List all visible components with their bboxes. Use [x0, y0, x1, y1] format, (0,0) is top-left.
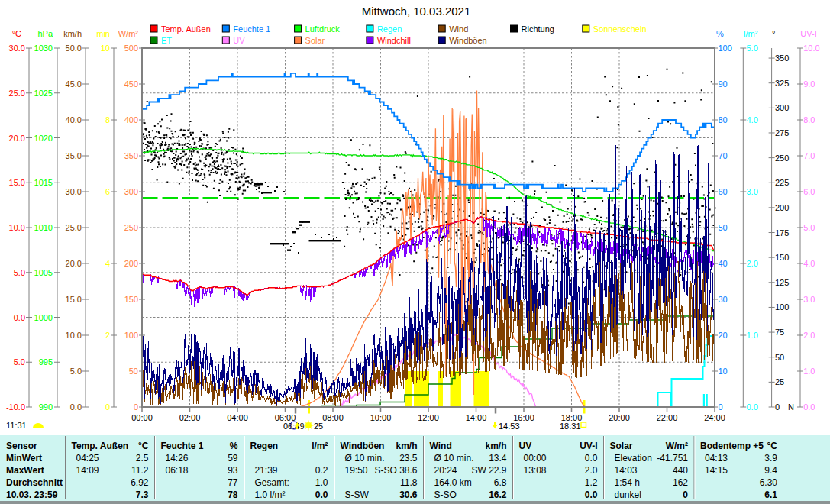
svg-text:400: 400	[124, 115, 138, 124]
svg-text:1:54 h: 1:54 h	[615, 477, 640, 488]
svg-text:1.0: 1.0	[747, 331, 758, 340]
svg-text:225: 225	[775, 178, 789, 187]
svg-text:Temp. Außen: Temp. Außen	[72, 441, 129, 451]
svg-text:25.0: 25.0	[9, 89, 25, 98]
svg-text:4: 4	[105, 259, 110, 268]
svg-text:93: 93	[228, 465, 238, 476]
svg-text:6.30: 6.30	[760, 477, 778, 488]
svg-text:200: 200	[775, 203, 789, 212]
svg-text:km/h: km/h	[63, 29, 82, 38]
svg-text:125: 125	[775, 278, 789, 287]
svg-text:Temp. Außen: Temp. Außen	[161, 24, 211, 34]
svg-text:Wind: Wind	[449, 24, 468, 34]
svg-text:23.5: 23.5	[399, 453, 418, 464]
svg-text:13.4: 13.4	[489, 453, 507, 464]
svg-text:0: 0	[775, 402, 780, 412]
svg-text:Ø 10 min.: Ø 10 min.	[345, 453, 385, 464]
svg-text:20:00: 20:00	[609, 413, 630, 422]
svg-text:14:09: 14:09	[76, 465, 99, 476]
svg-text:164.0 km: 164.0 km	[434, 477, 472, 488]
svg-text:Sonnenschein: Sonnenschein	[593, 24, 647, 34]
svg-text:Sensor: Sensor	[6, 441, 37, 451]
svg-text:300: 300	[775, 103, 789, 112]
svg-text:25.0: 25.0	[66, 223, 82, 232]
svg-text:9.0: 9.0	[803, 79, 815, 89]
svg-text:Windböen: Windböen	[449, 36, 487, 45]
svg-text:2.0: 2.0	[803, 331, 815, 340]
svg-text:7.3: 7.3	[136, 489, 149, 500]
svg-text:5.0: 5.0	[14, 268, 25, 277]
svg-text:min: min	[96, 29, 110, 38]
svg-text:25: 25	[314, 422, 323, 431]
svg-text:16.2: 16.2	[489, 489, 507, 500]
svg-text:9.4: 9.4	[764, 465, 777, 476]
svg-text:SW 22.9: SW 22.9	[471, 465, 506, 476]
svg-text:Mittwoch, 10.03.2021: Mittwoch, 10.03.2021	[362, 5, 471, 18]
svg-text:°C: °C	[12, 29, 21, 38]
svg-text:21:39: 21:39	[255, 465, 278, 476]
svg-text:°C: °C	[767, 441, 778, 451]
svg-text:0: 0	[719, 402, 723, 412]
svg-text:60: 60	[719, 187, 728, 196]
svg-text:2.0: 2.0	[747, 259, 758, 268]
svg-text:100: 100	[775, 302, 789, 312]
svg-text:77: 77	[228, 477, 238, 488]
svg-text:6: 6	[105, 187, 110, 196]
svg-text:15.0: 15.0	[9, 178, 25, 187]
svg-text:10.03. 23:59: 10.03. 23:59	[6, 489, 58, 500]
svg-text:8.0: 8.0	[803, 115, 815, 124]
svg-text:-41.751: -41.751	[657, 453, 688, 464]
svg-text:10: 10	[101, 44, 110, 53]
svg-text:162: 162	[673, 477, 688, 488]
svg-text:°C: °C	[138, 441, 149, 451]
svg-text:990: 990	[39, 402, 53, 412]
svg-text:Gesamt:: Gesamt:	[255, 477, 289, 488]
svg-text:00:00: 00:00	[131, 413, 153, 422]
svg-text:100: 100	[719, 44, 732, 53]
svg-text:80: 80	[719, 115, 728, 124]
svg-text:4.0: 4.0	[803, 259, 815, 268]
svg-text:350: 350	[124, 151, 138, 160]
svg-text:90: 90	[719, 79, 728, 89]
svg-text:Feuchte 1: Feuchte 1	[233, 24, 270, 34]
svg-text:-5.0: -5.0	[11, 357, 25, 367]
svg-text:59: 59	[228, 453, 238, 464]
svg-text:1000: 1000	[34, 313, 53, 322]
svg-text:11.2: 11.2	[131, 465, 149, 476]
svg-text:Windchill: Windchill	[377, 36, 411, 45]
svg-text:0.0: 0.0	[585, 453, 598, 464]
svg-text:100: 100	[124, 331, 138, 340]
svg-text:Durchschnitt: Durchschnitt	[6, 477, 63, 488]
svg-text:Luftdruck: Luftdruck	[305, 24, 341, 34]
svg-text:6.92: 6.92	[131, 477, 149, 488]
svg-text:250: 250	[124, 223, 138, 232]
svg-text:°: °	[772, 29, 775, 38]
svg-text:Wind: Wind	[430, 441, 452, 451]
svg-text:S-SW: S-SW	[345, 489, 370, 500]
svg-text:Ø 10 min.: Ø 10 min.	[434, 453, 474, 464]
svg-text:50: 50	[719, 223, 728, 232]
svg-text:30.0: 30.0	[9, 44, 25, 53]
svg-text:25: 25	[775, 377, 784, 386]
svg-text:0.0: 0.0	[803, 402, 815, 412]
svg-text:50.0: 50.0	[66, 44, 82, 53]
svg-text:6.8: 6.8	[494, 477, 507, 488]
svg-text:14:15: 14:15	[705, 465, 728, 476]
svg-text:14:26: 14:26	[166, 453, 189, 464]
svg-text:2: 2	[105, 331, 110, 340]
svg-text:%: %	[230, 441, 238, 451]
svg-text:ET: ET	[161, 36, 172, 45]
svg-text:500: 500	[124, 44, 138, 53]
svg-text:UV-I: UV-I	[580, 441, 597, 451]
svg-text:10: 10	[719, 367, 728, 376]
svg-text:1.0 l/m²: 1.0 l/m²	[255, 489, 286, 500]
svg-text:325: 325	[775, 79, 789, 88]
svg-text:250: 250	[775, 153, 789, 163]
svg-text:04:13: 04:13	[705, 453, 728, 464]
svg-text:dunkel: dunkel	[615, 489, 641, 500]
svg-text:5.0: 5.0	[803, 223, 815, 232]
svg-text:35.0: 35.0	[66, 151, 82, 160]
svg-text:2.5: 2.5	[136, 453, 149, 464]
svg-text:MaxWert: MaxWert	[6, 465, 44, 476]
svg-text:4.0: 4.0	[747, 115, 758, 124]
